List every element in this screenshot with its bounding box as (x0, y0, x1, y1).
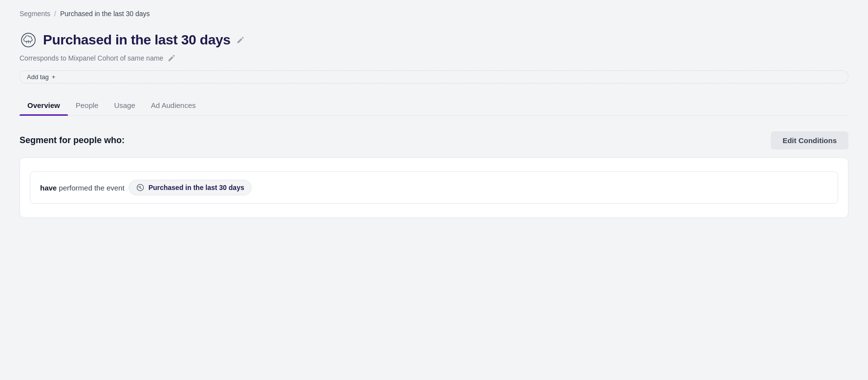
breadcrumb-current: Purchased in the last 30 days (60, 10, 150, 18)
event-icon (136, 184, 144, 191)
event-badge[interactable]: Purchased in the last 30 days (129, 180, 252, 195)
segment-for-people-label: Segment for people who: (20, 135, 125, 146)
segment-header: Segment for people who: Edit Conditions (20, 131, 848, 149)
add-tag-plus-icon: + (52, 73, 56, 81)
edit-subtitle-icon[interactable] (167, 54, 176, 63)
tabs-container: Overview People Usage Ad Audiences (20, 95, 848, 116)
breadcrumb: Segments / Purchased in the last 30 days (20, 10, 848, 18)
header-section: Purchased in the last 30 days Correspond… (20, 31, 848, 84)
tab-usage[interactable]: Usage (106, 95, 143, 115)
tab-people[interactable]: People (68, 95, 107, 115)
breadcrumb-separator: / (54, 10, 56, 18)
content-section: Segment for people who: Edit Conditions … (20, 131, 848, 218)
cloud-icon (21, 32, 36, 48)
segment-icon (20, 31, 37, 49)
edit-conditions-button[interactable]: Edit Conditions (771, 131, 848, 149)
event-badge-label: Purchased in the last 30 days (149, 184, 244, 191)
conditions-card: have performed the event Purchased in th… (20, 157, 848, 218)
title-row: Purchased in the last 30 days (20, 31, 848, 49)
condition-text: have performed the event (40, 184, 125, 192)
add-tag-label: Add tag (27, 73, 49, 81)
page-title: Purchased in the last 30 days (43, 32, 230, 48)
subtitle-row: Corresponds to Mixpanel Cohort of same n… (20, 54, 848, 63)
add-tag-button[interactable]: Add tag + (20, 70, 848, 84)
condition-row: have performed the event Purchased in th… (30, 171, 838, 204)
edit-title-icon[interactable] (236, 36, 245, 44)
tab-overview[interactable]: Overview (20, 95, 68, 115)
tab-ad-audiences[interactable]: Ad Audiences (143, 95, 204, 115)
breadcrumb-parent[interactable]: Segments (20, 10, 50, 18)
event-badge-icon (136, 183, 145, 192)
page-container: Segments / Purchased in the last 30 days… (0, 0, 868, 228)
condition-prefix: performed the event (57, 184, 124, 192)
subtitle-text: Corresponds to Mixpanel Cohort of same n… (20, 54, 163, 62)
condition-bold: have (40, 184, 57, 192)
